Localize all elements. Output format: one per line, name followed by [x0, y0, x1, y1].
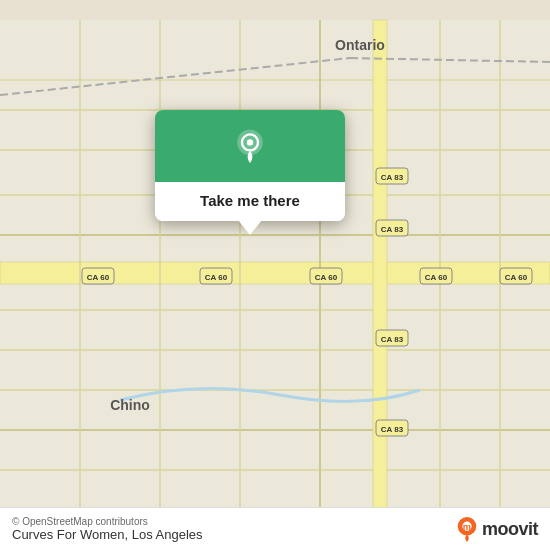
svg-text:m: m — [463, 522, 471, 532]
svg-text:CA 60: CA 60 — [315, 273, 338, 282]
svg-point-45 — [247, 139, 253, 145]
svg-text:Ontario: Ontario — [335, 37, 385, 53]
map-background: CA 60 CA 60 CA 60 CA 60 CA 60 CA 83 CA 8… — [0, 0, 550, 550]
svg-text:CA 83: CA 83 — [381, 335, 404, 344]
moovit-logo[interactable]: m moovit — [456, 516, 538, 542]
moovit-pin-icon: m — [456, 516, 478, 542]
svg-text:Chino: Chino — [110, 397, 150, 413]
svg-text:CA 60: CA 60 — [505, 273, 528, 282]
svg-text:CA 83: CA 83 — [381, 425, 404, 434]
moovit-brand-text: moovit — [482, 519, 538, 540]
popup-triangle — [238, 220, 262, 235]
svg-text:CA 83: CA 83 — [381, 225, 404, 234]
svg-text:CA 60: CA 60 — [205, 273, 228, 282]
location-pin-icon — [230, 128, 270, 168]
osm-credit: © OpenStreetMap contributors — [12, 516, 203, 527]
svg-rect-18 — [373, 20, 387, 530]
svg-text:CA 60: CA 60 — [87, 273, 110, 282]
svg-text:CA 60: CA 60 — [425, 273, 448, 282]
popup-card: Take me there — [155, 110, 345, 221]
svg-text:CA 83: CA 83 — [381, 173, 404, 182]
bottom-bar: © OpenStreetMap contributors Curves For … — [0, 507, 550, 550]
popup-green-area — [155, 110, 345, 182]
bottom-left: © OpenStreetMap contributors Curves For … — [12, 516, 203, 542]
take-me-there-button[interactable]: Take me there — [155, 182, 345, 221]
map-container: CA 60 CA 60 CA 60 CA 60 CA 60 CA 83 CA 8… — [0, 0, 550, 550]
place-name: Curves For Women, Los Angeles — [12, 527, 203, 542]
